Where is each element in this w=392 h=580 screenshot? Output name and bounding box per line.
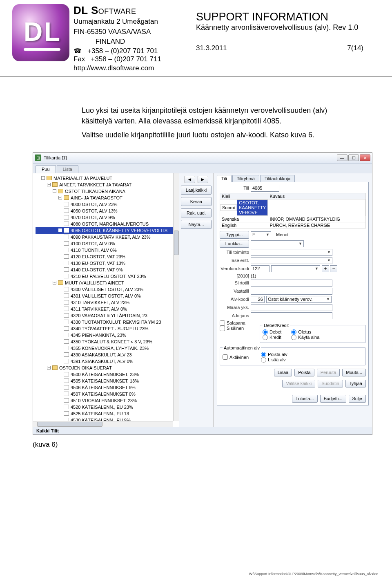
tree-node[interactable]: 4330 TUOTANTOKULUT, REKVISIITA YM 23 (36, 319, 178, 325)
tili-input[interactable] (251, 185, 279, 192)
tree-node[interactable]: 4340 TYÖVAATTEET - SUOJELU 23% (36, 325, 178, 332)
tree-node[interactable]: 4100 OSTOT, ALV 0% (36, 240, 178, 247)
vasta-input[interactable] (251, 288, 332, 295)
close-button[interactable]: ✕ (360, 155, 370, 161)
tree-expander-icon[interactable]: – (53, 281, 56, 284)
dtab-tilitaulukkoja[interactable]: Tilitaulukkoja (260, 175, 295, 182)
tree-node[interactable]: 4510 VUOSIALENNUKSET, 23% (36, 397, 178, 404)
tree-node[interactable]: 4506 KÄTEISALENNUKSET 9% (36, 384, 178, 391)
tree-expander-icon[interactable]: – (41, 176, 45, 180)
siirto-input[interactable] (251, 280, 332, 287)
akirjaus-input[interactable] (251, 312, 332, 319)
tyyppi-select[interactable]: E▼ (251, 231, 271, 238)
maara-input[interactable] (251, 304, 332, 311)
aktiivinen-checkbox[interactable] (223, 354, 228, 360)
luokka-select[interactable]: ▼ (251, 240, 304, 247)
rebuild-button[interactable]: Rak. uud. (181, 208, 212, 217)
tree-node[interactable]: 4050 OSTOT, ALV 13% (36, 208, 178, 214)
lang-row[interactable]: SuomiOSOTOT, KÄÄNNETTY VEROVE (220, 199, 268, 216)
tree-node[interactable]: 4311 TARVIKKEET, ALV 0% (36, 306, 178, 312)
tree-expander-icon[interactable]: – (58, 196, 62, 199)
tyhjaa-button[interactable]: Tyhjää (345, 380, 366, 387)
verolom-select[interactable]: ▼ (271, 265, 320, 272)
account-tree[interactable]: –MATERIAALIT JA PALVELUT–AINEET, TARVIKK… (36, 175, 178, 427)
lang-row[interactable]: SvenskaINKÖP, OMVÄND SKATTSKYLDIG (220, 216, 366, 222)
tree-expander-icon[interactable]: – (53, 189, 56, 193)
tree-node[interactable]: 4301 VÄLILLISET OSTOT, ALV 0% (36, 293, 178, 299)
tree-node[interactable]: 4520 KÄTEISALENN., EU 23% (36, 404, 178, 410)
salasana-checkbox[interactable] (220, 320, 225, 326)
tree-node[interactable]: 4390 ASIAKASKULUT, ALV 23 (36, 352, 178, 358)
tree-node[interactable]: 4070 OSTOT, ALV 9% (36, 214, 178, 221)
maximize-button[interactable]: ☐ (348, 155, 359, 161)
toiminto-select[interactable]: ▼ (251, 249, 332, 256)
expand-all-button[interactable]: Laaj.kaikki (181, 186, 212, 195)
dtab-tili[interactable]: Tili (217, 175, 232, 182)
tree-node[interactable]: –AINEET, TARVIKKEET JA TAVARAT (36, 181, 178, 188)
tree-node[interactable]: 4130 EU-OSTOT, VAT 13% (36, 260, 178, 266)
tyyppi-button[interactable]: Tyyppi... (220, 231, 249, 239)
tree-node[interactable]: 4110 TUONTI, ALV 0% (36, 247, 178, 253)
tree-expander-icon[interactable]: – (47, 366, 51, 369)
alvkoodi-input[interactable] (251, 296, 265, 303)
dtab-tiliryhma[interactable]: Tiliryhmä (232, 175, 259, 182)
peruuta-button[interactable]: Peruuta (317, 369, 340, 376)
lisaa-button[interactable]: Lisää (274, 369, 292, 376)
tab-puu[interactable]: Puu (36, 165, 56, 173)
tree-node[interactable]: 4345 PIENHANKINTA, 23% (36, 332, 178, 338)
tree-node[interactable]: 4350 TYÖKALUT & KONEET < 3 V, 23% (36, 338, 178, 345)
tree-node[interactable]: 4505 KÄTEISALENNUKSET, 13% (36, 378, 178, 384)
kayta-aina-radio[interactable] (291, 335, 296, 340)
muuta-button[interactable]: Muuta... (342, 369, 366, 376)
tree-hscrollbar[interactable] (33, 421, 173, 427)
alvkoodi-select[interactable]: Ostot käännetty verov.▼ (266, 296, 332, 303)
poista-alv-radio[interactable] (261, 352, 266, 357)
minimize-button[interactable]: — (337, 155, 347, 161)
verolom-input[interactable] (251, 265, 270, 272)
verolom-minus-button[interactable]: − (330, 265, 337, 272)
lang-row[interactable]: EnglishPURCH, REVERSE CHARGE (220, 222, 366, 228)
tab-lista[interactable]: Lista (57, 165, 78, 173)
tase-select[interactable]: ▼ (251, 257, 332, 264)
tree-node[interactable]: –MUUT (VÄLILLISET) AINEET (36, 280, 178, 286)
tree-node[interactable]: 4000 OSTOT, ALV 23% (36, 201, 178, 208)
language-table[interactable]: Kieli Kuvaus SuomiOSOTOT, KÄÄNNETTY VERO… (220, 193, 366, 228)
window-titlebar[interactable]: ⊞ Tilikartta [1] — ☐ ✕ (33, 153, 372, 163)
tree-node[interactable]: –OSTOT TILIKAUDEN AIKANA (36, 188, 178, 195)
tree-node[interactable]: 4525 KÄTEISALENN., EU 13 (36, 410, 178, 417)
tree-node[interactable]: 4085 OSOTOT, KÄÄNNETTY VEROVELVOLLIS (36, 227, 178, 234)
tree-node[interactable]: 4320 VARAOSAT & YLLÄPITOAIN, 23 (36, 312, 178, 319)
tree-node[interactable]: 4210 EU-PALVELU OSTOT, VAT 23% (36, 273, 178, 280)
sisainen-checkbox[interactable] (220, 326, 225, 331)
tree-vscrollbar[interactable] (173, 173, 179, 421)
tulosta-button[interactable]: Tulosta... (292, 395, 318, 403)
tree-node[interactable]: 4140 EU-OSTOT, VAT 9% (36, 266, 178, 273)
show-button[interactable]: Näytä... (181, 220, 212, 229)
oletus-radio[interactable] (291, 329, 296, 335)
nav-next-button[interactable]: ► (198, 176, 208, 183)
tree-node[interactable]: 4355 KONEVUOKRA, LYHYTAIK. 23% (36, 345, 178, 352)
tree-node[interactable]: 4090 PAKKAUSTARVIKKEET, ALV 23% (36, 234, 178, 240)
tree-node[interactable]: 4500 KÄTEISALENNUKSET, 23% (36, 371, 178, 378)
valitse-kaikki-button[interactable]: Valitse kaikki (282, 380, 315, 387)
tree-node[interactable]: 4507 KÄTEISALENNUKSET 0% (36, 391, 178, 397)
poista-button[interactable]: Poista (294, 369, 314, 376)
tree-node[interactable]: –AINE- JA TAVARAOSTOT (36, 195, 178, 201)
tree-node[interactable]: 4080 OSTOT, MARGINAALIVEROTUS (36, 221, 178, 227)
sulje-button[interactable]: Sulje (349, 395, 366, 403)
nav-prev-button[interactable]: ◄ (185, 176, 195, 183)
collapse-button[interactable]: Kerää (181, 197, 212, 206)
debet-radio[interactable] (263, 329, 268, 335)
kredit-radio[interactable] (263, 335, 268, 340)
luokka-button[interactable]: Luokka... (220, 240, 249, 248)
tree-expander-icon[interactable]: – (47, 183, 51, 186)
tree-node[interactable]: 4300 VÄLILLISET OSTOT, ALV 23% (36, 286, 178, 293)
tree-node[interactable]: 4120 EU-OSTOT, VAT 23% (36, 253, 178, 260)
tree-node[interactable]: –MATERIAALIT JA PALVELUT (36, 175, 178, 181)
tree-node[interactable]: 4310 TARVIKKEET, ALV 23% (36, 299, 178, 306)
tree-node[interactable]: –OSTOJEN OIKAISUERÄT (36, 365, 178, 371)
lisaa-alv-radio[interactable] (261, 357, 266, 363)
budjetti-button[interactable]: Budjetti... (320, 395, 346, 403)
suodatin-button[interactable]: Suodatin (318, 380, 343, 387)
tree-node[interactable]: 4391 ASIAKASKULUT, ALV 0% (36, 358, 178, 365)
